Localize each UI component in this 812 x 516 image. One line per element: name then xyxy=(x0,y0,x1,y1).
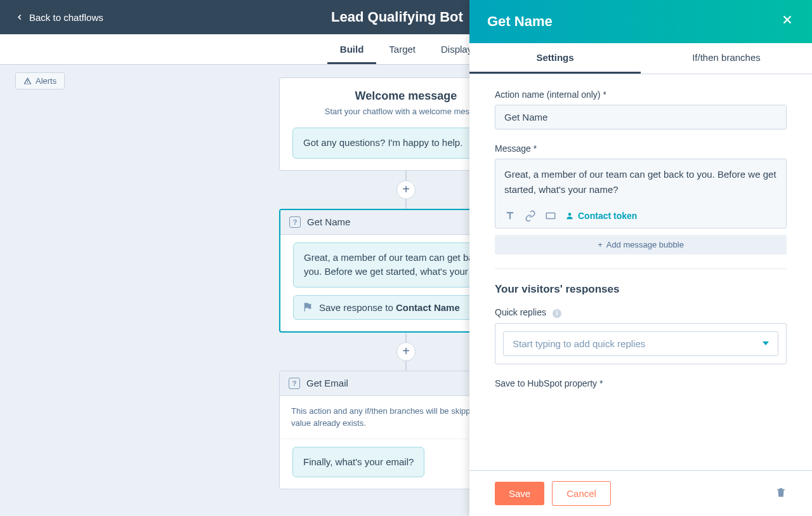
svg-rect-2 xyxy=(546,213,555,219)
warning-icon xyxy=(23,77,32,85)
svg-point-3 xyxy=(568,213,572,216)
person-icon xyxy=(565,211,574,220)
responses-section-title: Your visitors' responses xyxy=(495,283,787,296)
trash-icon xyxy=(775,487,787,498)
back-label: Back to chatflows xyxy=(29,12,103,23)
tab-build[interactable]: Build xyxy=(327,36,377,64)
side-panel: Get Name Settings If/then branches Actio… xyxy=(469,0,812,516)
text-format-icon[interactable] xyxy=(504,210,516,222)
media-icon[interactable] xyxy=(545,210,556,222)
question-icon: ? xyxy=(289,216,301,228)
save-property-field: Save to HubSpot property * xyxy=(495,378,787,388)
get-name-title: Get Name xyxy=(307,216,350,227)
message-field: Message * Great, a member of our team ca… xyxy=(495,143,787,255)
action-name-label: Action name (internal only) * xyxy=(495,89,787,100)
panel-tabs: Settings If/then branches xyxy=(469,43,812,74)
flag-icon xyxy=(303,302,313,312)
action-name-field: Action name (internal only) * xyxy=(495,89,787,129)
quick-replies-label: Quick replies i xyxy=(495,307,787,318)
divider xyxy=(495,268,787,269)
close-icon[interactable] xyxy=(780,13,794,30)
save-property-label: Save to HubSpot property * xyxy=(495,378,787,388)
get-email-bubble: Finally, what's your email? xyxy=(292,447,424,478)
message-input[interactable]: Great, a member of our team can get back… xyxy=(495,159,786,205)
add-step-button[interactable]: + xyxy=(396,342,416,361)
cancel-button[interactable]: Cancel xyxy=(552,481,611,506)
panel-tab-branches[interactable]: If/then branches xyxy=(641,43,812,74)
message-box: Great, a member of our team can get back… xyxy=(495,159,787,228)
panel-title: Get Name xyxy=(487,13,553,30)
panel-tab-settings[interactable]: Settings xyxy=(469,43,641,74)
quick-replies-select[interactable]: Start typing to add quick replies xyxy=(503,331,778,356)
message-label: Message * xyxy=(495,143,787,154)
add-step-button[interactable]: + xyxy=(396,180,416,199)
link-icon[interactable] xyxy=(525,210,536,222)
question-icon: ? xyxy=(289,378,300,389)
add-message-bubble-button[interactable]: + Add message bubble xyxy=(495,235,787,255)
quick-replies-field: Quick replies i Start typing to add quic… xyxy=(495,307,787,364)
tab-target[interactable]: Target xyxy=(376,36,428,64)
contact-token-button[interactable]: Contact token xyxy=(565,211,637,221)
get-email-title: Get Email xyxy=(306,378,348,388)
caret-down-icon xyxy=(763,341,769,345)
message-toolbar: Contact token xyxy=(495,205,786,228)
page-title: Lead Qualifying Bot xyxy=(331,9,481,25)
save-button[interactable]: Save xyxy=(495,482,544,505)
back-to-chatflows[interactable]: Back to chatflows xyxy=(15,12,103,23)
info-icon[interactable]: i xyxy=(553,309,561,318)
alerts-button[interactable]: Alerts xyxy=(15,72,65,89)
delete-button[interactable] xyxy=(775,487,787,501)
panel-footer: Save Cancel xyxy=(469,470,812,516)
plus-icon: + xyxy=(598,240,603,249)
chevron-left-icon xyxy=(15,13,24,22)
action-name-input[interactable] xyxy=(495,105,787,129)
panel-body: Action name (internal only) * Message * … xyxy=(469,74,812,470)
panel-header: Get Name xyxy=(469,0,812,43)
